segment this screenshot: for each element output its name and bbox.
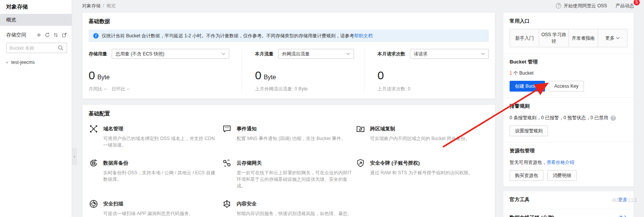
search-icon[interactable] (58, 45, 64, 51)
data-migration-section: 数据在线迁移 (公测) 进入 在线迁移服务支持第三方源站 (数据) 迁移到 OS… (503, 209, 634, 217)
set-alarm-rules-button[interactable]: 设置报警规则 (510, 125, 548, 136)
stat-storage-label: 存储用量 (89, 51, 107, 57)
stats-row: 存储用量 总用量 (不含 ECS 快照) 0Byte 月同比 -- 日环比 -- (89, 49, 489, 92)
bucket-search (6, 43, 67, 53)
quick-entry-title: 常用入口 (510, 18, 627, 25)
chevron-down-icon (481, 53, 485, 55)
cloud-storage-gateway-icon (222, 158, 232, 168)
basic-data-title: 基础数据 (89, 18, 489, 25)
access-key-button[interactable]: Access Key (549, 81, 584, 92)
storage-metric-select[interactable]: 总用量 (不含 ECS 快照) (112, 49, 229, 59)
breadcrumb-current: 概览 (106, 3, 116, 9)
top-bar: 对象存储 / 概览 ? 开始使用阿里云 OSS 产品动态 5 (82, 0, 634, 12)
cross-region-replication-icon (356, 124, 366, 134)
tools-card: 官方工具 更多 数据在线迁移 (公测) 进入 在线迁移服务支持第三方源站 (数据… (503, 191, 634, 217)
config-grid-spacer (356, 199, 489, 217)
news-count-badge: 5 (634, 0, 640, 5)
basic-data-card: 基础数据 i 仅统计当前 Bucket 合计数据，平均延迟 1-2 小时。不作为… (82, 12, 495, 99)
breadcrumb-root[interactable]: 对象存储 (82, 3, 101, 9)
create-bucket-button[interactable]: 创建 Bucket (510, 81, 545, 92)
config-item-domain[interactable]: 域名管理 可将用户自己的域名绑定到 OSS 域名上，并支持 CDN 一键加速。 (89, 124, 222, 149)
bucket-name: test-jeecms (11, 60, 35, 65)
event-notification-icon (222, 124, 232, 134)
requests-sub-text: 上月请求次数: 0 (377, 86, 489, 92)
stat-requests-label: 本月请求次数 (377, 51, 405, 57)
main-area: 对象存储 / 概览 ? 开始使用阿里云 OSS 产品动态 5 基础数据 (72, 0, 644, 217)
config-item-cloud-storage-gateway[interactable]: 云存储网关 是一款可在线下和云上部署的软网关，可在企业的内部IT环境和基于云的存… (222, 158, 355, 189)
getting-started-label: 开始使用阿里云 OSS (564, 3, 607, 9)
breadcrumb-separator: / (103, 3, 104, 8)
bucket-list-item[interactable]: test-jeecms (0, 53, 72, 65)
domain-management-icon (89, 124, 99, 134)
basic-config-card: 基础配置 域名管理 可将用户自己的域名绑定到 OSS 域名上，并支持 CDN 一… (82, 104, 495, 217)
config-item-content-moderation[interactable]: 内容安全 智能内容识别服务，快速识别违规风险，如色情、暴恐、垃圾广告等。 (222, 199, 355, 217)
notice-text: 仅统计当前 Bucket 合计数据，平均延迟 1-2 小时。不作为计量数据，仅作… (102, 33, 372, 39)
buy-resource-package-button[interactable]: 购买资源包 (510, 170, 543, 181)
storage-sub-text: 月同比 -- 日环比 -- (89, 86, 229, 92)
topbar-links: ? 开始使用阿里云 OSS 产品动态 5 (556, 3, 634, 9)
getting-started-link[interactable]: ? 开始使用阿里云 OSS (556, 3, 607, 9)
bucket-search-input[interactable] (10, 45, 58, 51)
data-migration-title: 数据在线迁移 (公测) (510, 214, 554, 217)
sort-icon[interactable] (53, 32, 59, 38)
help-doc-link[interactable]: 帮助文档 (354, 33, 372, 38)
stat-storage: 存储用量 总用量 (不含 ECS 快照) 0Byte 月同比 -- 日环比 -- (89, 49, 242, 92)
config-item-database-backup[interactable]: 数据库备份 实时备份到 OSS，支持本地 / 公网 / 其他云 / ECS 自建… (89, 158, 222, 189)
config-item-security-scan[interactable]: 安全扫描 可提供一键扫描 APP 漏洞和恶意代码服务。 (89, 199, 222, 217)
security-token-icon (356, 158, 366, 168)
add-bucket-icon[interactable] (36, 32, 42, 38)
resource-package-status: 暂无可用资源包，查看价格介绍 (510, 159, 627, 166)
quick-entry-tabs: 新手入门 OSS 学习路径 开发者指南 更多 (510, 29, 627, 47)
chevron-down-icon (221, 53, 225, 55)
question-circle-icon[interactable]: ? (610, 115, 616, 121)
content-column: 基础数据 i 仅统计当前 Bucket 合计数据，平均延迟 1-2 小时。不作为… (82, 12, 495, 217)
tab-developer-guide[interactable]: 开发者指南 (569, 29, 598, 47)
bucket-dot-icon (6, 62, 8, 63)
notice-banner: i 仅统计当前 Bucket 合计数据，平均延迟 1-2 小时。不作为计量数据，… (89, 30, 489, 42)
security-scan-icon (89, 199, 99, 209)
info-icon: i (93, 33, 99, 38)
config-grid: 域名管理 可将用户自己的域名绑定到 OSS 域名上，并支持 CDN 一键加速。 … (89, 124, 489, 217)
quick-entry-section: 常用入口 新手入门 OSS 学习路径 开发者指南 更多 (503, 13, 634, 53)
resource-package-title: 资源包管理 (510, 147, 627, 154)
expand-icon[interactable] (62, 32, 67, 38)
help-circle-icon: ? (556, 3, 561, 8)
price-info-link[interactable]: 查看价格介绍 (547, 160, 574, 165)
chevron-down-icon (616, 37, 620, 39)
sidebar-item-overview[interactable]: 概览 (0, 14, 72, 26)
database-backup-icon (89, 158, 99, 168)
storage-value: 0Byte (89, 69, 229, 82)
alarm-status: 0 条报警规则，0 已报警，0 预警状态，0 已禁用 ? (510, 115, 627, 121)
requests-metric-select[interactable]: 读请求 (410, 49, 489, 59)
sidebar-title: 对象存储 (0, 0, 72, 14)
basic-config-title: 基础配置 (89, 110, 489, 117)
tab-learning-path[interactable]: OSS 学习路径 (539, 29, 569, 47)
right-panel: 常用入口 新手入门 OSS 学习路径 开发者指南 更多 Bucket (503, 12, 634, 217)
resource-package-section: 资源包管理 暂无可用资源包，查看价格介绍 购买资源包 消费明细 (503, 142, 634, 187)
consumption-detail-button[interactable]: 消费明细 (547, 170, 577, 181)
config-item-security-token[interactable]: 安全令牌 (子账号授权) 通过 RAM 和 STS 为子账号授予临时的访问权限。 (356, 158, 489, 189)
content-moderation-icon (222, 199, 232, 209)
sidebar: 对象存储 概览 存储空间 test-jeecms (0, 0, 72, 217)
tab-getting-started[interactable]: 新手入门 (510, 29, 539, 47)
stat-traffic-label: 本月流量 (255, 51, 273, 57)
oss-console: 对象存储 概览 存储空间 test-jeecms ‹ 对象存储 / 概览 (0, 0, 644, 217)
refresh-icon[interactable] (45, 32, 50, 38)
traffic-metric-select[interactable]: 外网流出流量 (278, 49, 354, 59)
bucket-toolbar (36, 32, 67, 38)
stat-requests: 本月请求次数 读请求 0 上月请求次数: 0 (364, 49, 489, 92)
bucket-management-title: Bucket 管理 (510, 58, 627, 65)
product-news-link[interactable]: 产品动态 5 (615, 3, 634, 9)
alarm-rules-section: 报警规则 0 条报警规则，0 已报警，0 预警状态，0 已禁用 ? 设置报警规则 (503, 98, 634, 142)
config-item-event-notification[interactable]: 事件通知 配置 MNS 事件通知 (回调) 功能，关注 Bucket 事件。 (222, 124, 355, 149)
alarm-rules-title: 报警规则 (510, 103, 627, 110)
config-item-cross-region-replication[interactable]: 跨区域复制 可实现账户内不同区域之间的 Bucket 同步备份。 (356, 124, 489, 149)
migration-enter-link[interactable]: 进入 (618, 215, 627, 217)
bucket-management-section: Bucket 管理 1 个 Bucket 创建 Bucket Access Ke… (503, 53, 634, 98)
sidebar-collapse-handle[interactable]: ‹ (72, 148, 77, 165)
tools-more-link[interactable]: 更多 (618, 197, 627, 203)
storage-space-label: 存储空间 (6, 32, 36, 38)
right-panel-card: 常用入口 新手入门 OSS 学习路径 开发者指南 更多 Bucket (503, 12, 634, 187)
tab-more[interactable]: 更多 (598, 29, 627, 47)
stat-traffic: 本月流量 外网流出流量 0Byte 上月外网流出流量: 0 Byte (242, 49, 364, 92)
